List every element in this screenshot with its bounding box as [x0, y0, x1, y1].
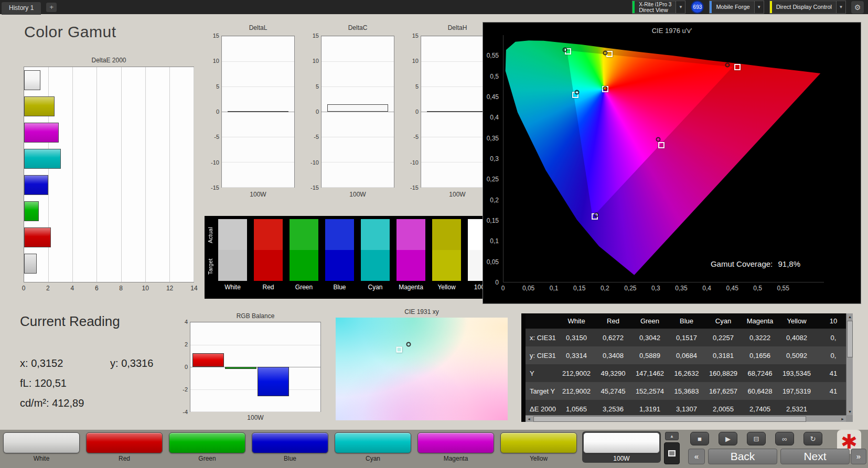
- patch-button-cyan[interactable]: [335, 432, 411, 453]
- target-marker-magenta: [658, 142, 665, 148]
- axis-tick-label: -5: [405, 134, 419, 140]
- gear-icon[interactable]: ⚙: [851, 1, 864, 14]
- chart-title: DeltaL: [221, 24, 295, 31]
- continuous-button[interactable]: ∞: [775, 432, 794, 445]
- row-label: Target Y: [526, 387, 558, 395]
- chevron-down-icon[interactable]: ▼: [676, 1, 685, 13]
- column-header: Yellow: [778, 317, 815, 325]
- patch-button-yellow[interactable]: [500, 432, 577, 453]
- reading-y-value: 0,3316: [121, 357, 153, 369]
- table-row[interactable]: Target Y212,900245,2745152,257415,368316…: [526, 382, 846, 400]
- collapse-up-icon[interactable]: ▲: [665, 432, 679, 440]
- measured-marker-yellow: [603, 50, 608, 55]
- patch-label: Blue: [284, 455, 296, 462]
- swatch-cyan: Cyan: [361, 219, 390, 291]
- patch-button-green[interactable]: [169, 432, 245, 453]
- axis-tick-label: 0,25: [487, 176, 499, 183]
- table-cell: 212,9002: [558, 387, 595, 395]
- save-button[interactable]: ⊟: [747, 432, 766, 445]
- reading-y-label: y:: [110, 357, 119, 369]
- patch-button-100w[interactable]: [583, 432, 660, 453]
- axis-tick-label: 0,25: [624, 285, 636, 292]
- scroll-up-icon[interactable]: ▲: [846, 313, 853, 320]
- target-marker-red: [734, 64, 741, 70]
- chevron-down-icon[interactable]: ▼: [836, 1, 845, 13]
- meter-dropdown[interactable]: X-Rite i1Pro 3 Direct View ▼: [632, 1, 685, 14]
- table-row[interactable]: y: CIE310,33140,34080,58890,06840,31810,…: [526, 346, 846, 364]
- gridline: [190, 322, 320, 323]
- meter-line1: X-Rite i1Pro 3: [639, 2, 671, 7]
- table-cell: 41: [815, 369, 846, 377]
- scroll-down-icon[interactable]: ▼: [846, 408, 853, 415]
- swatch-target: [218, 250, 247, 281]
- row-label: Y: [526, 369, 558, 377]
- chart-plot-area: [221, 36, 295, 188]
- scroll-left-icon[interactable]: ◄: [526, 416, 532, 422]
- table-row[interactable]: Y212,900249,3290147,146216,2632160,88296…: [526, 364, 846, 382]
- patch-cell-white: White: [2, 431, 81, 463]
- swatch-target: [290, 250, 318, 281]
- history-tab[interactable]: History 1: [2, 2, 41, 15]
- workflow-text: Mobile Forge: [716, 4, 749, 10]
- chevron-down-icon[interactable]: ▼: [754, 1, 764, 13]
- delta-bar: [228, 111, 288, 112]
- table-cell: 45,2745: [595, 387, 631, 395]
- display-control-dropdown[interactable]: Direct Display Control ▼: [769, 1, 846, 14]
- gridline: [145, 67, 146, 282]
- new-tab-button[interactable]: +: [46, 3, 57, 12]
- swatch-label: Cyan: [361, 284, 390, 291]
- axis-tick-label: 15: [206, 32, 219, 39]
- page-title: Color Gamut: [24, 23, 116, 41]
- patch-button-blue[interactable]: [252, 432, 328, 453]
- axis-tick-label: -10: [305, 159, 319, 166]
- patch-window-button[interactable]: [664, 442, 680, 464]
- back-chevron-button[interactable]: «: [688, 449, 705, 464]
- table-row[interactable]: x: CIE310,31500,62720,30420,15170,22570,…: [526, 329, 846, 346]
- swatch-actual: [361, 219, 390, 250]
- refresh-button[interactable]: ↻: [803, 432, 822, 445]
- next-chevron-button[interactable]: »: [851, 449, 866, 464]
- delta-e-bar-magenta: [24, 123, 59, 143]
- next-button[interactable]: Next: [780, 449, 850, 464]
- table-row[interactable]: ΔE 20001,05653,25361,31913,13072,00552,7…: [526, 400, 846, 415]
- axis-tick-label: 0: [495, 279, 499, 286]
- reading-x-label: x:: [20, 357, 28, 369]
- horizontal-scrollbar[interactable]: ◄ ►: [526, 415, 846, 422]
- delta-e-bar-red: [24, 227, 51, 247]
- delta-chart-deltac: DeltaC151050-5-10-15100W: [305, 24, 394, 205]
- table-cell: 49,3290: [595, 369, 631, 377]
- test-patch-buttons: WhiteRedGreenBlueCyanMagentaYellow100W: [2, 431, 661, 463]
- axis-tick-label: -2: [176, 386, 188, 393]
- calibration-app-window: History 1 + X-Rite i1Pro 3 Direct View ▼…: [0, 0, 868, 468]
- column-header: Blue: [668, 317, 705, 325]
- reading-fl-label: fL:: [20, 377, 31, 389]
- swatch-target: [254, 250, 283, 281]
- workflow-dropdown[interactable]: Mobile Forge ▼: [709, 1, 764, 14]
- scroll-right-icon[interactable]: ►: [839, 416, 846, 422]
- axis-tick-label: 10: [405, 58, 419, 64]
- gridline: [97, 67, 97, 282]
- axis-tick-label: 0,5: [753, 285, 762, 292]
- white-point-target-marker: [397, 346, 402, 352]
- rgb-balance-plot-area: [190, 322, 321, 412]
- vertical-scrollbar[interactable]: ▲ ▼: [846, 313, 853, 415]
- swatch-red: Red: [254, 219, 283, 291]
- axis-tick-label: 0: [501, 285, 505, 292]
- stop-button[interactable]: ■: [690, 432, 709, 445]
- meter-count-badge: 693: [691, 1, 704, 14]
- patch-button-magenta[interactable]: [417, 432, 494, 453]
- axis-tick-label: -5: [206, 134, 219, 140]
- patch-button-red[interactable]: [86, 432, 163, 453]
- back-button[interactable]: Back: [708, 449, 777, 464]
- play-button[interactable]: ▶: [719, 432, 737, 445]
- measured-marker-blue: [594, 212, 598, 217]
- patch-cell-yellow: Yellow: [499, 431, 578, 463]
- table-cell: 16,2632: [668, 369, 705, 377]
- scrollbar-thumb[interactable]: [847, 321, 853, 357]
- axis-tick-label: 0,35: [487, 135, 499, 142]
- gridline: [222, 61, 294, 62]
- patch-cell-100w: 100W: [582, 431, 661, 463]
- display-label: Direct Display Control: [772, 1, 836, 13]
- patch-button-white[interactable]: [3, 432, 80, 453]
- scrollbar-thumb[interactable]: [533, 416, 806, 422]
